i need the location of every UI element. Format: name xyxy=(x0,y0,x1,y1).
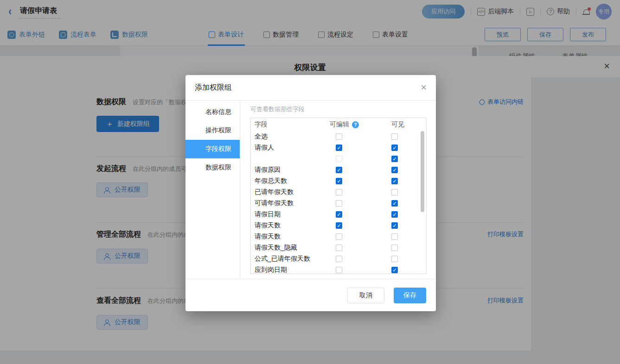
field-label: 请假日期 xyxy=(251,210,330,219)
editable-checkbox[interactable] xyxy=(336,267,342,273)
add-permission-group-modal: 添加权限组 × 名称信息 操作权限 字段权限 数据权限 可查看数据那些字段 字段 xyxy=(185,75,436,311)
field-label: 请假天数_隐藏 xyxy=(251,244,330,252)
field-label: 年假总天数 xyxy=(251,177,330,185)
table-row: 全选 xyxy=(251,131,426,142)
visible-checkbox[interactable] xyxy=(391,156,398,162)
table-row: 请假原因 xyxy=(251,164,426,176)
table-row: 请假人 xyxy=(251,142,426,153)
modal-footer: 取消 保存 xyxy=(185,279,436,311)
field-label: 已请年假天数 xyxy=(251,188,330,196)
field-label: 应到岗日期 xyxy=(251,266,330,274)
editable-checkbox[interactable] xyxy=(336,156,342,162)
modal-close-icon[interactable]: × xyxy=(421,82,427,93)
modal-tab[interactable]: 数据权限 xyxy=(185,158,240,177)
table-row: 可请年假天数 xyxy=(251,198,426,209)
visible-checkbox[interactable] xyxy=(391,245,398,251)
field-label: 请假天数 xyxy=(251,221,330,230)
editable-checkbox[interactable] xyxy=(336,133,342,140)
field-label: 全选 xyxy=(251,132,330,141)
save-button[interactable]: 保存 xyxy=(394,288,426,303)
visible-checkbox[interactable] xyxy=(391,267,398,273)
table-row: 应到岗日期 xyxy=(251,264,426,274)
modal-tab[interactable]: 名称信息 xyxy=(185,103,240,121)
visible-checkbox[interactable] xyxy=(391,144,398,151)
field-label: 请假人 xyxy=(251,144,330,152)
editable-checkbox[interactable] xyxy=(336,233,342,240)
field-label: 可请年假天数 xyxy=(251,199,330,207)
editable-checkbox[interactable] xyxy=(336,211,342,218)
help-badge-icon[interactable]: ? xyxy=(352,121,359,128)
table-row: 公式_已请年假天数 xyxy=(251,253,426,264)
column-editable: 可编辑 ? xyxy=(330,120,391,129)
table-row: 年假总天数 xyxy=(251,176,426,187)
modal-header: 添加权限组 × xyxy=(185,75,436,100)
cancel-button[interactable]: 取消 xyxy=(347,288,384,303)
visible-checkbox[interactable] xyxy=(391,133,398,140)
field-label: 请假天数 xyxy=(251,232,330,241)
editable-checkbox[interactable] xyxy=(336,178,342,184)
editable-checkbox[interactable] xyxy=(336,222,342,229)
editable-checkbox[interactable] xyxy=(336,189,342,195)
modal-tab[interactable]: 字段权限 xyxy=(185,140,240,158)
table-row xyxy=(251,153,426,164)
content-title: 可查看数据那些字段 xyxy=(250,105,427,113)
table-row: 请假天数_隐藏 xyxy=(251,242,426,253)
field-permission-table: 字段 可编辑 ? 可见 全选 xyxy=(250,118,427,274)
table-header-row: 字段 可编辑 ? 可见 xyxy=(251,118,426,131)
visible-checkbox[interactable] xyxy=(391,178,398,184)
visible-checkbox[interactable] xyxy=(391,200,398,207)
visible-checkbox[interactable] xyxy=(391,189,398,195)
field-label: 公式_已请年假天数 xyxy=(251,255,330,263)
visible-checkbox[interactable] xyxy=(391,233,398,240)
column-visible: 可见 xyxy=(391,120,426,129)
table-row: 请假天数 xyxy=(251,231,426,242)
visible-checkbox[interactable] xyxy=(391,167,398,173)
editable-checkbox[interactable] xyxy=(336,245,342,251)
table-rows: 全选 请假人 xyxy=(251,131,426,274)
table-row: 请假天数 xyxy=(251,220,426,231)
column-field: 字段 xyxy=(251,120,330,129)
table-row: 请假日期 xyxy=(251,209,426,220)
table-row: 已请年假天数 xyxy=(251,187,426,198)
visible-checkbox[interactable] xyxy=(391,222,398,229)
modal-tab[interactable]: 操作权限 xyxy=(185,121,240,140)
table-scrollbar[interactable] xyxy=(421,131,424,212)
modal-content: 可查看数据那些字段 字段 可编辑 ? 可见 xyxy=(240,100,436,279)
editable-checkbox[interactable] xyxy=(336,144,342,151)
editable-checkbox[interactable] xyxy=(336,167,342,173)
visible-checkbox[interactable] xyxy=(391,256,398,262)
editable-checkbox[interactable] xyxy=(336,256,342,262)
modal-title: 添加权限组 xyxy=(195,83,232,93)
modal-sidebar: 名称信息 操作权限 字段权限 数据权限 xyxy=(185,100,240,279)
editable-checkbox[interactable] xyxy=(336,200,342,207)
field-label: 请假原因 xyxy=(251,166,330,174)
visible-checkbox[interactable] xyxy=(391,211,398,218)
modal-body: 名称信息 操作权限 字段权限 数据权限 可查看数据那些字段 字段 可编辑 ? xyxy=(185,100,436,279)
